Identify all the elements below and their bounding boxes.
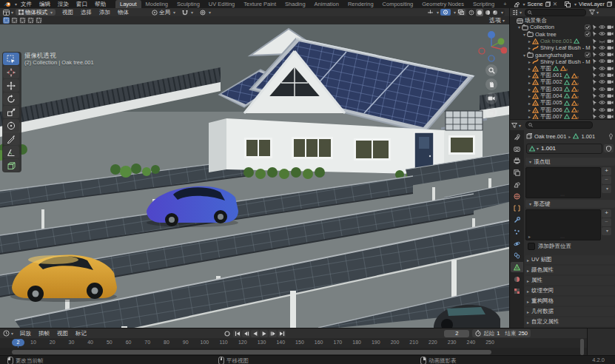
shading-chevron-icon[interactable]: ▾ [501, 10, 503, 15]
cursor-toggle-icon[interactable] [592, 24, 597, 30]
breadcrumb-data[interactable]: 1.001 [581, 133, 595, 140]
shading-wireframe-icon[interactable] [468, 10, 474, 16]
current-frame-field[interactable]: 2 [444, 330, 469, 337]
eye-toggle-icon[interactable] [599, 45, 605, 51]
cursor-toggle-icon[interactable] [592, 31, 597, 37]
camera-toggle-icon[interactable] [607, 93, 614, 99]
outliner-row-oak-tree-001[interactable]: ▸Oak tree.001 [510, 38, 615, 44]
unlink-scene-icon[interactable]: ✕ [553, 1, 557, 7]
expander-icon[interactable]: ▸ [527, 80, 532, 85]
tab-view-layer[interactable] [511, 167, 523, 178]
new-scene-icon[interactable] [545, 1, 551, 7]
play-reverse-button[interactable] [251, 330, 259, 337]
viewport-menu-选择[interactable]: 选择 [77, 9, 95, 16]
eye-toggle-icon[interactable] [599, 87, 605, 92]
move-tool-button[interactable] [3, 79, 19, 92]
tab-scene[interactable] [511, 179, 523, 189]
cursor-toggle-icon[interactable] [592, 93, 597, 99]
camera-view-icon[interactable] [485, 92, 497, 104]
eye-toggle-icon[interactable] [599, 58, 605, 64]
expander-icon[interactable]: ▾ [517, 24, 522, 30]
stopwatch-icon[interactable] [475, 330, 481, 337]
prev-keyframe-button[interactable] [242, 330, 250, 337]
add-workspace-button[interactable]: + [499, 0, 511, 8]
tab-object[interactable] [511, 203, 523, 213]
select-box-tool-button[interactable] [3, 53, 19, 65]
properties-filter-chevron-icon[interactable]: ▾ [519, 123, 521, 128]
outliner-row-平面-005[interactable]: ▸平面.0052 [510, 100, 615, 107]
viewport-menu-添加[interactable]: 添加 [95, 9, 114, 16]
workspace-tab-animation[interactable]: Animation [310, 0, 343, 8]
snap-chevron-icon[interactable]: ▾ [191, 10, 193, 15]
cursor-toggle-icon[interactable] [592, 45, 597, 51]
outliner-row-collection[interactable]: ▾Collection [510, 24, 615, 30]
cursor-toggle-icon[interactable] [592, 79, 597, 85]
panel-vertex-groups[interactable]: ▾顶点组 [525, 158, 615, 166]
vertex-group-specials-button[interactable]: ▾ [602, 185, 611, 193]
fake-user-shield-icon[interactable] [604, 144, 614, 152]
navigation-gizmo[interactable] [476, 28, 507, 62]
eye-toggle-icon[interactable] [599, 24, 605, 30]
camera-toggle-icon[interactable] [607, 87, 614, 92]
add-cube-tool-button[interactable] [3, 159, 19, 172]
blender-logo-icon[interactable] [4, 1, 11, 7]
breadcrumb-object[interactable]: Oak tree.001 [534, 133, 566, 140]
properties-filter-icon[interactable] [511, 123, 517, 128]
shading-solid-icon[interactable] [476, 9, 483, 16]
outliner-row-平面-004[interactable]: ▸平面.0042 [510, 92, 615, 99]
options-dropdown[interactable]: 选项▾ [489, 16, 505, 24]
outliner-search-input[interactable] [525, 9, 586, 16]
next-keyframe-button[interactable] [269, 330, 277, 337]
panel-几何数据[interactable]: ▸几何数据 [525, 307, 615, 316]
eye-closed-toggle-icon[interactable] [599, 38, 605, 44]
rest-position-checkbox[interactable] [528, 243, 535, 250]
timeline-menu-插帧[interactable]: 插帧 [35, 330, 53, 337]
timeline-menu-视图[interactable]: 视图 [53, 330, 72, 337]
editor-type-icon[interactable] [3, 10, 10, 16]
perspective-icon[interactable] [485, 107, 497, 118]
annotate-tool-button[interactable] [3, 132, 19, 145]
playhead-badge[interactable]: 2 [12, 339, 24, 346]
panel-纹理空间[interactable]: ▸纹理空间 [525, 286, 615, 295]
tab-constraints[interactable] [511, 250, 523, 260]
new-viewlayer-icon[interactable] [607, 1, 612, 7]
workspace-tab-sculpting[interactable]: Sculpting [172, 0, 204, 8]
check-toggle-icon[interactable] [585, 31, 591, 37]
viewport-3d[interactable]: 摄像机透视 (2) Collection | Oak tree.001 [0, 24, 509, 328]
show-overlays-toggle[interactable] [440, 9, 451, 16]
camera-toggle-icon[interactable] [607, 38, 614, 44]
transform-tool-button[interactable] [3, 119, 19, 132]
eye-toggle-icon[interactable] [599, 107, 605, 113]
outliner-editor-icon[interactable] [512, 10, 518, 16]
workspace-tab-scripting[interactable]: Scripting [468, 0, 499, 8]
outliner-editor-chevron-icon[interactable]: ▾ [520, 10, 522, 15]
tab-modifiers[interactable] [511, 215, 523, 225]
workspace-tab-texture-paint[interactable]: Texture Paint [239, 0, 280, 8]
viewlayer-selector[interactable]: ViewLayer [579, 1, 605, 7]
panel-重构网格[interactable]: ▸重构网格 [525, 297, 615, 306]
tab-particles[interactable] [511, 226, 523, 237]
timeline-ruler[interactable]: 2 10203040506070809010011012013014015016… [0, 338, 587, 348]
camera-toggle-icon[interactable] [607, 100, 614, 106]
scale-tool-button[interactable] [3, 106, 19, 118]
select-mode-extend-icon[interactable] [11, 17, 18, 24]
workspace-tab-layout[interactable]: Layout [115, 0, 141, 8]
panel-颜色属性[interactable]: ▸颜色属性 [525, 266, 615, 274]
show-gizmo-icon[interactable] [427, 10, 434, 16]
jump-start-button[interactable] [233, 330, 241, 337]
auto-keying-toggle[interactable] [223, 330, 231, 337]
select-mode-subtract-icon[interactable] [19, 17, 26, 24]
scene-chevron-icon[interactable]: ▾ [523, 1, 525, 7]
scene-selector[interactable]: Scene [528, 1, 543, 7]
camera-toggle-icon[interactable] [607, 66, 614, 72]
shape-key-specials-button[interactable]: ▾ [602, 227, 611, 235]
add-shape-key-button[interactable]: + [602, 209, 611, 218]
cursor-toggle-icon[interactable] [592, 73, 597, 78]
xray-toggle[interactable] [457, 9, 466, 16]
camera-toggle-icon[interactable] [607, 107, 614, 113]
tab-physics[interactable] [511, 238, 523, 249]
expander-icon[interactable]: ▸ [527, 87, 532, 92]
timeline-editor-icon[interactable] [3, 330, 10, 337]
rotate-tool-button[interactable] [3, 92, 19, 105]
filter-icon[interactable] [589, 10, 595, 15]
